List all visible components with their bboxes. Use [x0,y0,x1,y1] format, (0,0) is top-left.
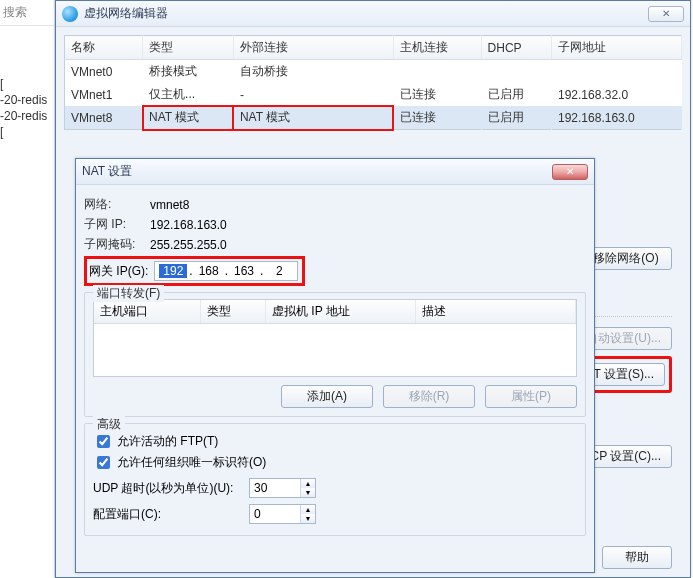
col-type[interactable]: 类型 [200,300,265,324]
col-subnet[interactable]: 子网地址 [552,36,682,60]
highlight-gateway: 网关 IP(G): 192. 168. 163. 2 [84,256,305,286]
close-button[interactable]: ✕ [552,164,588,180]
nat-titlebar[interactable]: NAT 设置 ✕ [76,159,594,185]
table-row[interactable]: VMnet1 仅主机... - 已连接 已启用 192.168.32.0 [65,83,682,106]
allow-ftp-checkbox[interactable]: 允许活动的 FTP(T) [93,432,577,451]
spin-down-icon[interactable]: ▼ [301,488,315,497]
vne-title: 虚拟网络编辑器 [84,5,648,22]
col-desc[interactable]: 描述 [416,300,576,324]
gateway-label: 网关 IP(G): [89,263,148,280]
udp-timeout-spinner[interactable]: ▲▼ [249,478,316,498]
network-value: vmnet8 [150,198,189,212]
table-row[interactable]: VMnet8 NAT 模式 NAT 模式 已连接 已启用 192.168.163… [65,106,682,130]
help-button[interactable]: 帮助 [602,546,672,569]
subnet-ip-value: 192.168.163.0 [150,218,227,232]
vne-titlebar[interactable]: 虚拟网络编辑器 ✕ [56,1,690,27]
udp-timeout-label: UDP 超时(以秒为单位)(U): [93,480,243,497]
list-item[interactable]: -20-redis [0,92,54,108]
nat-title: NAT 设置 [82,163,552,180]
add-button[interactable]: 添加(A) [281,385,373,408]
highlight-nat-ext: NAT 模式 [233,106,393,130]
spin-up-icon[interactable]: ▲ [301,505,315,514]
config-port-spinner[interactable]: ▲▼ [249,504,316,524]
col-vm-ip[interactable]: 虚拟机 IP 地址 [266,300,416,324]
allow-oui-checkbox[interactable]: 允许任何组织唯一标识符(O) [93,453,577,472]
udp-timeout-input[interactable] [250,481,300,495]
spin-down-icon[interactable]: ▼ [301,514,315,523]
side-panel: 搜索 [ -20-redis -20-redis [ [0,0,55,578]
properties-button: 属性(P) [485,385,577,408]
config-port-label: 配置端口(C): [93,506,243,523]
col-name[interactable]: 名称 [65,36,143,60]
col-dhcp[interactable]: DHCP [481,36,551,60]
port-forward-table[interactable]: 主机端口 类型 虚拟机 IP 地址 描述 [93,299,577,377]
network-label: 网络: [84,196,144,213]
remove-button: 移除(R) [383,385,475,408]
subnet-mask-label: 子网掩码: [84,236,144,253]
advanced-legend: 高级 [93,416,125,433]
col-host[interactable]: 主机连接 [393,36,481,60]
subnet-mask-value: 255.255.255.0 [150,238,227,252]
nat-settings-dialog: NAT 设置 ✕ 网络: vmnet8 子网 IP: 192.168.163.0… [75,158,595,573]
ip-octet-1[interactable]: 192 [159,264,187,278]
side-list: [ -20-redis -20-redis [ [0,76,54,140]
config-port-input[interactable] [250,507,300,521]
gateway-ip-input[interactable]: 192. 168. 163. 2 [154,261,298,281]
highlight-nat-type: NAT 模式 [143,106,234,130]
subnet-ip-label: 子网 IP: [84,216,144,233]
list-item[interactable]: [ [0,76,54,92]
globe-icon [62,6,78,22]
oui-checkbox-input[interactable] [97,456,110,469]
table-row[interactable]: VMnet0 桥接模式 自动桥接 [65,60,682,84]
col-type[interactable]: 类型 [143,36,234,60]
search-box[interactable]: 搜索 [0,0,54,26]
advanced-group: 高级 允许活动的 FTP(T) 允许任何组织唯一标识符(O) UDP 超时(以秒… [84,423,586,536]
col-ext[interactable]: 外部连接 [233,36,393,60]
close-icon[interactable]: ✕ [648,6,684,22]
spin-up-icon[interactable]: ▲ [301,479,315,488]
ip-octet-2[interactable]: 168 [195,264,223,278]
ip-octet-3[interactable]: 163 [230,264,258,278]
list-item[interactable]: -20-redis [0,108,54,124]
port-forward-group: 端口转发(F) 主机端口 类型 虚拟机 IP 地址 描述 添加(A) 移除(R) [84,292,586,417]
ftp-checkbox-input[interactable] [97,435,110,448]
network-table[interactable]: 名称 类型 外部连接 主机连接 DHCP 子网地址 VMnet0 桥接模式 自动… [64,35,682,130]
ip-octet-4[interactable]: 2 [265,264,293,278]
port-forward-legend: 端口转发(F) [93,285,164,302]
col-host-port[interactable]: 主机端口 [94,300,200,324]
list-item[interactable]: [ [0,124,54,140]
